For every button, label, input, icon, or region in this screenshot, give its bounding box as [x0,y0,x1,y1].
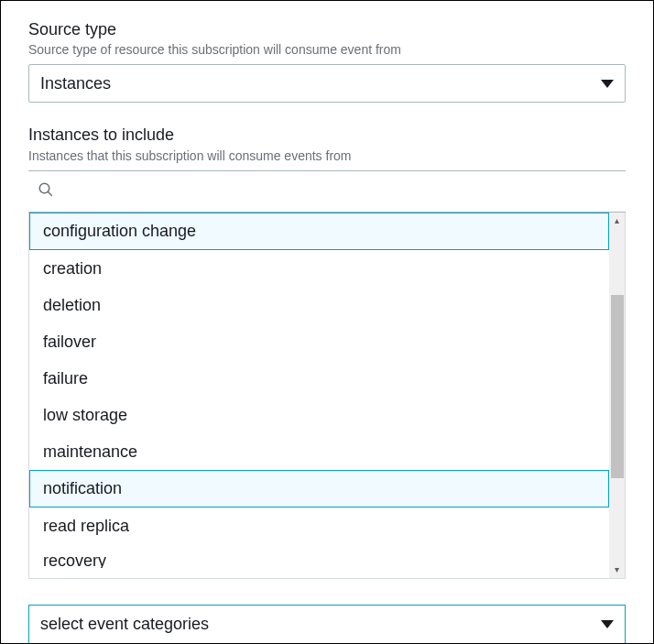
svg-line-1 [48,192,52,197]
option-failover[interactable]: failover [29,323,609,360]
form-container: Source type Source type of resource this… [0,0,654,644]
dropdown-wrapper: configuration change creation deletion f… [28,213,626,579]
option-low-storage[interactable]: low storage [29,397,609,433]
scrollbar[interactable]: ▴ ▾ [609,213,626,579]
option-notification[interactable]: notification [29,470,609,508]
search-box[interactable] [28,170,626,213]
chevron-down-icon [601,620,614,628]
option-recovery[interactable]: recovery [29,544,609,568]
source-type-description: Source type of resource this subscriptio… [28,42,626,57]
instances-include-description: Instances that this subscription will co… [28,148,626,163]
chevron-down-icon [601,80,614,88]
instances-include-group: Instances to include Instances that this… [28,125,626,578]
option-maintenance[interactable]: maintenance [29,433,609,470]
dropdown-panel: configuration change creation deletion f… [28,213,626,579]
option-configuration-change[interactable]: configuration change [29,213,609,250]
event-categories-select[interactable]: select event categories [28,605,626,643]
option-creation[interactable]: creation [29,250,609,287]
source-type-value: Instances [40,74,111,93]
scroll-up-icon[interactable]: ▴ [609,213,625,229]
instances-include-label: Instances to include [28,125,626,146]
source-type-label: Source type [28,19,626,40]
svg-point-0 [39,184,49,194]
event-categories-placeholder: select event categories [40,615,209,634]
option-failure[interactable]: failure [29,360,609,397]
option-read-replica[interactable]: read replica [29,508,609,544]
source-type-select[interactable]: Instances [28,64,626,103]
scroll-down-icon[interactable]: ▾ [609,562,625,578]
event-categories-wrapper: select event categories [28,605,626,643]
search-input[interactable] [54,183,616,200]
source-type-group: Source type Source type of resource this… [28,19,626,103]
options-list[interactable]: configuration change creation deletion f… [28,213,609,579]
search-icon [38,181,54,201]
option-deletion[interactable]: deletion [29,287,609,323]
scroll-thumb[interactable] [611,295,624,478]
